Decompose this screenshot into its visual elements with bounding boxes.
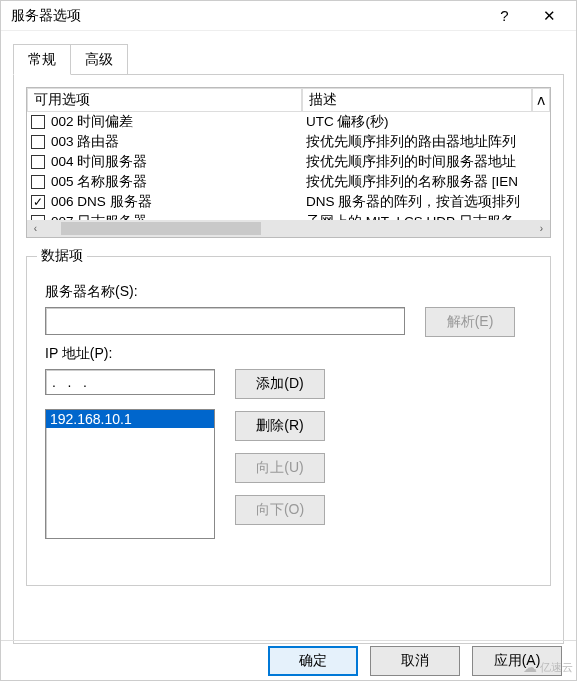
watermark: ☁ 亿速云 — [523, 659, 573, 675]
ip-address-input[interactable] — [45, 369, 215, 395]
option-desc: 子网上的 MIT_LCS UDP 日志服务 — [302, 213, 550, 220]
checkbox-icon[interactable] — [31, 175, 45, 189]
watermark-text: 亿速云 — [540, 660, 573, 675]
option-name: 005 名称服务器 — [51, 173, 147, 191]
checkbox-icon[interactable] — [31, 115, 45, 129]
ok-button[interactable]: 确定 — [268, 646, 358, 676]
help-button[interactable]: ? — [482, 1, 527, 31]
titlebar: 服务器选项 ? ✕ — [1, 1, 576, 31]
resolve-button[interactable]: 解析(E) — [425, 307, 515, 337]
option-desc: 按优先顺序排列的名称服务器 [IEN — [302, 173, 550, 191]
add-button[interactable]: 添加(D) — [235, 369, 325, 399]
col-header-available[interactable]: 可用选项 — [27, 88, 302, 112]
options-listbox: 可用选项 描述 ʌ 002 时间偏差 UTC 偏移(秒) 003 路由器 按优先… — [26, 87, 551, 238]
cancel-button[interactable]: 取消 — [370, 646, 460, 676]
option-desc: UTC 偏移(秒) — [302, 113, 550, 131]
option-row[interactable]: 004 时间服务器 按优先顺序排列的时间服务器地址 — [27, 152, 550, 172]
close-button[interactable]: ✕ — [527, 1, 572, 31]
option-row[interactable]: ✓006 DNS 服务器 DNS 服务器的阵列，按首选项排列 — [27, 192, 550, 212]
option-row[interactable]: 007 日志服务器 子网上的 MIT_LCS UDP 日志服务 — [27, 212, 550, 220]
col-header-description[interactable]: 描述 — [302, 88, 532, 112]
server-name-input[interactable] — [45, 307, 405, 335]
checkbox-icon[interactable] — [31, 135, 45, 149]
option-row[interactable]: 002 时间偏差 UTC 偏移(秒) — [27, 112, 550, 132]
option-name: 007 日志服务器 — [51, 213, 147, 220]
move-down-button[interactable]: 向下(O) — [235, 495, 325, 525]
checkbox-icon[interactable]: ✓ — [31, 195, 45, 209]
h-scrollbar[interactable]: ‹ › — [27, 220, 550, 237]
window-title: 服务器选项 — [11, 7, 482, 25]
remove-button[interactable]: 删除(R) — [235, 411, 325, 441]
tab-strip: 常规 高级 — [13, 43, 564, 74]
option-desc: 按优先顺序排列的路由器地址阵列 — [302, 133, 550, 151]
scroll-track[interactable] — [44, 220, 533, 237]
checkbox-icon[interactable] — [31, 155, 45, 169]
ip-list-item-selected[interactable]: 192.168.10.1 — [46, 410, 214, 428]
option-name: 003 路由器 — [51, 133, 119, 151]
cloud-icon: ☁ — [523, 659, 537, 675]
dataitem-fieldset: 数据项 服务器名称(S): 解析(E) IP 地址(P): 192.168.10… — [26, 256, 551, 586]
option-name: 006 DNS 服务器 — [51, 193, 152, 211]
dialog-footer: 确定 取消 应用(A) — [1, 640, 576, 680]
scroll-left-icon[interactable]: ‹ — [27, 220, 44, 237]
ip-list[interactable]: 192.168.10.1 — [45, 409, 215, 539]
dataitem-legend: 数据项 — [37, 247, 87, 265]
option-row[interactable]: 003 路由器 按优先顺序排列的路由器地址阵列 — [27, 132, 550, 152]
server-name-label: 服务器名称(S): — [45, 283, 532, 301]
option-desc: DNS 服务器的阵列，按首选项排列 — [302, 193, 550, 211]
tab-advanced[interactable]: 高级 — [71, 44, 128, 75]
option-desc: 按优先顺序排列的时间服务器地址 — [302, 153, 550, 171]
tab-general[interactable]: 常规 — [13, 44, 71, 75]
scroll-right-icon[interactable]: › — [533, 220, 550, 237]
move-up-button[interactable]: 向上(U) — [235, 453, 325, 483]
ip-address-label: IP 地址(P): — [45, 345, 532, 363]
option-name: 004 时间服务器 — [51, 153, 147, 171]
col-header-scroll-up[interactable]: ʌ — [532, 88, 550, 112]
scroll-thumb[interactable] — [61, 222, 261, 235]
option-name: 002 时间偏差 — [51, 113, 133, 131]
tab-body-general: 可用选项 描述 ʌ 002 时间偏差 UTC 偏移(秒) 003 路由器 按优先… — [13, 74, 564, 644]
option-row[interactable]: 005 名称服务器 按优先顺序排列的名称服务器 [IEN — [27, 172, 550, 192]
